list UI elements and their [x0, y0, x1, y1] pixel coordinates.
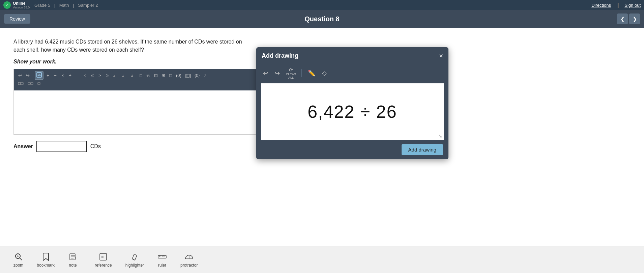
- sym-box[interactable]: □: [167, 72, 174, 79]
- sym-frac3[interactable]: ⊿: [129, 72, 137, 79]
- sym-minus[interactable]: −: [52, 72, 59, 79]
- svg-line-21: [132, 259, 135, 260]
- clear-icon: ⟳: [289, 67, 293, 73]
- svg-text:≡: ≡: [101, 254, 104, 260]
- modal-undo-button[interactable]: ↩: [261, 68, 270, 78]
- protractor-tool[interactable]: protractor: [174, 252, 204, 268]
- toolbar-divider1: [33, 72, 33, 79]
- modal-pencil-button[interactable]: ✏️: [306, 68, 317, 78]
- svg-text:⊿: ⊿: [113, 74, 116, 77]
- online-badge: ✓ Online Version 68.0: [3, 1, 30, 9]
- top-bar-right: Directions || Sign out: [591, 2, 641, 8]
- zoom-label: zoom: [13, 263, 23, 268]
- protractor-label: protractor: [180, 263, 198, 268]
- modal-redo-button[interactable]: ↪: [273, 68, 282, 78]
- symbols-group: + − × ÷ = < ≤ > ≥ ⊿ ⊿ ⊿ □ ½: [45, 72, 209, 79]
- bookmark-tool[interactable]: bookmark: [30, 252, 61, 268]
- redo-button[interactable]: ↪: [24, 72, 31, 79]
- protractor-icon: [184, 252, 194, 262]
- sym-sq3[interactable]: [36, 81, 45, 88]
- svg-text:ab: ab: [37, 74, 41, 77]
- clear-all-button[interactable]: ⟳ CLEAR ALL: [285, 66, 297, 80]
- sym-absval[interactable]: |◫|: [183, 72, 193, 79]
- svg-text:⊿: ⊿: [130, 74, 133, 77]
- modal-toolbar: ↩ ↪ ⟳ CLEAR ALL ✏️ ◇: [256, 64, 448, 83]
- subject-label: Math: [59, 3, 69, 8]
- note-icon: [68, 252, 78, 262]
- directions-button[interactable]: Directions: [591, 3, 611, 8]
- version-label: Version 68.0: [13, 6, 30, 9]
- add-drawing-button[interactable]: Add drawing: [402, 144, 443, 155]
- answer-input[interactable]: [36, 141, 87, 152]
- sym-matrix2[interactable]: ⊞: [160, 72, 167, 79]
- sym-sq2[interactable]: [26, 81, 35, 88]
- sym-sq[interactable]: □: [138, 72, 144, 79]
- clear-all-label2: ALL: [288, 76, 294, 79]
- sym-sq1[interactable]: [17, 81, 25, 88]
- signout-button[interactable]: Sign out: [624, 3, 641, 8]
- online-icon: ✓: [3, 1, 11, 9]
- breadcrumb: Grade 5 | Math | Sampler 2: [33, 3, 99, 8]
- math-edit-area[interactable]: [14, 90, 266, 134]
- sym-divide[interactable]: ÷: [67, 72, 74, 79]
- resize-handle[interactable]: ⤡: [438, 133, 442, 139]
- answer-unit: CDs: [90, 143, 101, 149]
- edit-mode-button[interactable]: ab: [35, 71, 43, 80]
- sym-geq[interactable]: ≥: [104, 72, 111, 79]
- svg-line-12: [20, 258, 22, 260]
- sym-paren0[interactable]: (0): [175, 72, 183, 79]
- sym-half[interactable]: ½: [145, 72, 152, 79]
- topbar-divider: ||: [616, 2, 619, 8]
- online-label: Online: [13, 1, 30, 6]
- online-info: Online Version 68.0: [13, 1, 30, 9]
- modal-overlay: Add drawing × ↩ ↪ ⟳ CLEAR ALL ✏️ ◇ 6,422…: [256, 47, 448, 159]
- question-text-line1: A library had 6,422 music CDs stored on …: [13, 38, 266, 46]
- highlighter-tool[interactable]: highlighter: [119, 252, 151, 268]
- svg-rect-7: [28, 82, 30, 85]
- modal-title: Add drawing: [262, 52, 298, 59]
- sym-times[interactable]: ×: [59, 72, 66, 79]
- sym-lt[interactable]: <: [82, 72, 88, 79]
- ruler-tool[interactable]: ruler: [151, 252, 174, 268]
- sampler-label: Sampler 2: [78, 3, 98, 8]
- modal-divider1: [301, 69, 302, 77]
- sym-frac1[interactable]: ⊿: [111, 72, 119, 79]
- sym-matrix[interactable]: ⊡: [152, 72, 159, 79]
- modal-header: Add drawing ×: [256, 47, 448, 64]
- sym-brace0[interactable]: {0}: [193, 72, 201, 79]
- drawing-expression: 6,422 ÷ 26: [308, 102, 397, 122]
- bottom-divider: [86, 251, 86, 268]
- breadcrumb-sep2: |: [73, 3, 74, 8]
- modal-eraser-button[interactable]: ◇: [320, 68, 329, 78]
- zoom-tool[interactable]: zoom: [7, 252, 30, 268]
- sym-gt[interactable]: >: [96, 72, 103, 79]
- ruler-icon: [157, 252, 167, 262]
- sym-neq[interactable]: ≠: [202, 72, 209, 79]
- breadcrumb-sep1: |: [54, 3, 55, 8]
- svg-rect-5: [18, 82, 21, 85]
- sym-eq[interactable]: =: [74, 72, 81, 79]
- reference-icon: ≡: [98, 252, 108, 262]
- reference-tool[interactable]: ≡ reference: [88, 252, 119, 268]
- modal-footer: Add drawing: [256, 140, 448, 159]
- modal-canvas[interactable]: 6,422 ÷ 26 ⤡: [261, 83, 444, 140]
- svg-text:⊿: ⊿: [122, 74, 124, 77]
- top-bar: ✓ Online Version 68.0 Grade 5 | Math | S…: [0, 0, 644, 10]
- sym-leq[interactable]: ≤: [89, 72, 96, 79]
- clear-all-label: CLEAR: [286, 73, 296, 76]
- sym-frac2[interactable]: ⊿: [120, 72, 128, 79]
- note-tool[interactable]: note: [61, 252, 84, 268]
- sym-plus[interactable]: +: [45, 72, 51, 79]
- next-arrow-button[interactable]: ❯: [629, 13, 640, 24]
- svg-rect-6: [21, 82, 23, 85]
- prev-arrow-button[interactable]: ❮: [617, 13, 628, 24]
- review-button[interactable]: Review: [4, 14, 30, 24]
- zoom-icon: [14, 252, 23, 262]
- svg-rect-9: [38, 82, 40, 85]
- modal-close-button[interactable]: ×: [439, 52, 443, 60]
- undo-button[interactable]: ↩: [17, 72, 23, 79]
- grade-label: Grade 5: [34, 3, 50, 8]
- bookmark-label: bookmark: [37, 263, 55, 268]
- nav-arrows: ❮ ❯: [617, 13, 640, 24]
- undo-redo-group: ↩ ↪ ab: [17, 71, 43, 80]
